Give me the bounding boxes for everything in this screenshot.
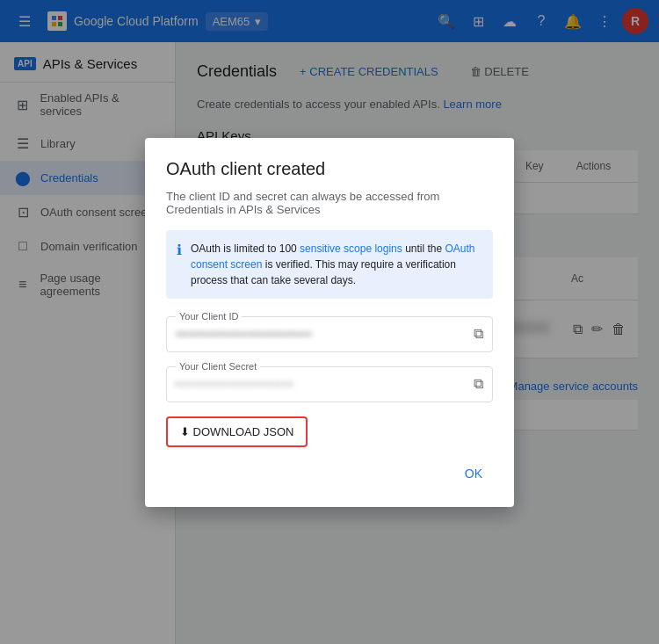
download-json-button[interactable]: ⬇ DOWNLOAD JSON (166, 416, 308, 447)
oauth-created-dialog: OAuth client created The client ID and s… (145, 138, 514, 507)
info-icon: ℹ (177, 242, 182, 288)
client-id-input[interactable] (167, 317, 465, 351)
sensitive-scope-link[interactable]: sensitive scope logins (300, 242, 402, 255)
client-secret-input[interactable] (167, 367, 465, 402)
info-box-text: OAuth is limited to 100 sensitive scope … (191, 241, 482, 288)
client-secret-wrapper: Your Client Secret ⧉ (166, 366, 493, 402)
info-box: ℹ OAuth is limited to 100 sensitive scop… (166, 230, 493, 299)
dialog-description: The client ID and secret can always be a… (166, 190, 493, 216)
copy-client-secret-button[interactable]: ⧉ (465, 369, 492, 399)
client-id-wrapper: Your Client ID ⧉ (166, 316, 493, 352)
copy-client-id-button[interactable]: ⧉ (465, 319, 492, 349)
ok-button[interactable]: OK (454, 461, 493, 486)
modal-overlay: OAuth client created The client ID and s… (0, 0, 659, 644)
client-id-field-group: Your Client ID ⧉ (166, 316, 493, 352)
dialog-footer: OK (166, 461, 493, 486)
dialog-title: OAuth client created (166, 159, 493, 179)
client-secret-field-group: Your Client Secret ⧉ (166, 366, 493, 402)
